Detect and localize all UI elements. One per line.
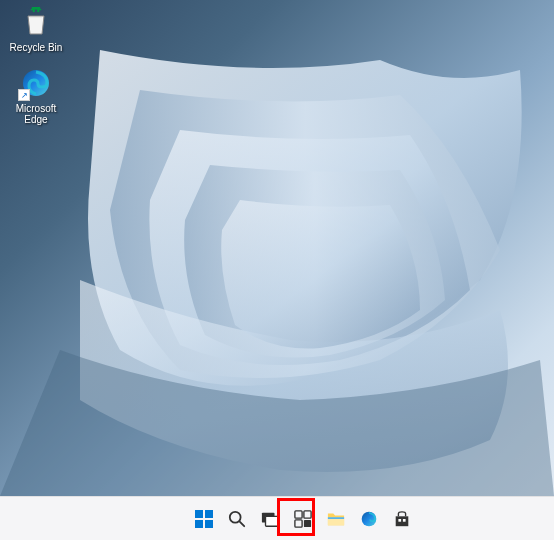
desktop-wallpaper	[0, 0, 554, 540]
svg-line-7	[240, 521, 245, 526]
file-explorer-button[interactable]	[322, 505, 350, 533]
shortcut-arrow-icon: ↗	[18, 89, 30, 101]
svg-rect-13	[304, 519, 311, 526]
svg-rect-2	[195, 510, 203, 518]
svg-rect-18	[403, 519, 406, 522]
store-button[interactable]	[388, 505, 416, 533]
widgets-icon	[294, 510, 312, 528]
taskbar	[0, 496, 554, 540]
svg-point-6	[230, 511, 241, 522]
file-explorer-icon	[327, 510, 345, 528]
svg-rect-9	[266, 516, 279, 526]
store-icon	[393, 510, 411, 528]
svg-rect-12	[295, 519, 302, 526]
recycle-bin-icon[interactable]: Recycle Bin	[2, 2, 70, 55]
task-view-icon	[261, 510, 279, 528]
widgets-button[interactable]	[289, 505, 317, 533]
svg-rect-15	[328, 517, 344, 519]
search-button[interactable]	[223, 505, 251, 533]
svg-rect-3	[205, 510, 213, 518]
microsoft-edge-label: Microsoft Edge	[4, 103, 68, 125]
edge-icon	[360, 510, 378, 528]
svg-rect-4	[195, 520, 203, 528]
svg-point-16	[362, 511, 377, 526]
svg-rect-5	[205, 520, 213, 528]
task-view-button[interactable]	[256, 505, 284, 533]
desktop-icons-area: Recycle Bin ↗ Microsoft Edge	[2, 2, 70, 127]
edge-button[interactable]	[355, 505, 383, 533]
svg-rect-17	[398, 519, 401, 522]
search-icon	[228, 510, 246, 528]
svg-rect-10	[295, 510, 302, 517]
svg-rect-11	[304, 510, 311, 517]
windows-logo-icon	[194, 509, 214, 529]
recycle-bin-label: Recycle Bin	[10, 42, 63, 53]
microsoft-edge-icon[interactable]: ↗ Microsoft Edge	[2, 63, 70, 127]
start-button[interactable]	[190, 505, 218, 533]
